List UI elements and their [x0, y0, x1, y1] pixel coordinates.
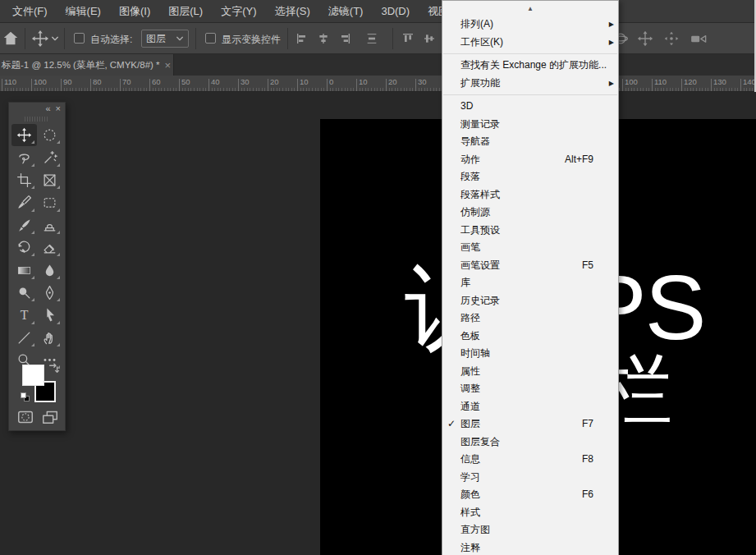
brush-tool[interactable]	[11, 214, 37, 236]
menu-scroll-up-icon[interactable]: ▲	[442, 1, 618, 16]
line-tool[interactable]	[11, 327, 37, 349]
history-brush-tool[interactable]	[11, 236, 37, 259]
crop-tool[interactable]	[11, 169, 37, 191]
chevron-down-icon[interactable]	[51, 34, 59, 43]
window-menu-item[interactable]: 属性	[442, 363, 618, 381]
lasso-tool[interactable]	[11, 146, 37, 168]
dodge-tool[interactable]	[11, 282, 37, 304]
ruler-label: 60	[152, 77, 161, 86]
quick-mask-icon[interactable]	[16, 408, 34, 426]
home-icon[interactable]	[2, 30, 20, 48]
ruler-minor-tick	[729, 88, 730, 91]
ruler-minor-tick	[321, 88, 322, 91]
marquee-tool[interactable]	[37, 124, 62, 146]
window-menu-item[interactable]: 学习	[442, 469, 618, 487]
move-tool[interactable]	[11, 124, 37, 146]
align-right-icon[interactable]	[338, 32, 351, 45]
blur-tool[interactable]	[37, 259, 62, 281]
window-menu-item[interactable]: 画笔设置F5	[442, 257, 618, 275]
window-menu-item[interactable]: 查找有关 Exchange 的扩展功能...	[442, 57, 618, 75]
ruler-label: 0	[329, 77, 333, 86]
window-menu-item[interactable]: 历史记录	[442, 292, 618, 310]
ruler-minor-tick	[389, 88, 390, 91]
window-menu-item[interactable]: 动作Alt+F9	[442, 151, 618, 169]
ruler-minor-tick	[203, 88, 204, 91]
window-menu-item[interactable]: 扩展功能▶	[442, 75, 618, 93]
window-menu-item[interactable]: 颜色F6	[442, 486, 618, 504]
window-menu-item[interactable]: 色板	[442, 328, 618, 346]
window-menu-item[interactable]: 样式	[442, 504, 618, 522]
menubar-item[interactable]: 编辑(E)	[57, 2, 110, 21]
window-menu-item[interactable]: 段落	[442, 168, 618, 186]
window-menu-item[interactable]: 工具预设	[442, 222, 618, 240]
window-menu-item[interactable]: 3D	[442, 98, 618, 116]
window-menu-item[interactable]: 导航器	[442, 133, 618, 151]
menubar-item[interactable]: 选择(S)	[265, 2, 318, 21]
ruler-minor-tick	[746, 88, 747, 91]
clone-stamp-tool[interactable]	[37, 214, 62, 236]
distribute-v-icon[interactable]	[365, 32, 378, 45]
window-menu-item[interactable]: 测量记录	[442, 116, 618, 134]
horizontal-ruler[interactable]: 1101009080706050403020100102030405060708…	[0, 76, 756, 92]
pan-3d-icon[interactable]	[637, 30, 653, 47]
window-menu-item[interactable]: 段落样式	[442, 186, 618, 204]
window-menu-item[interactable]: ✓图层F7	[442, 415, 618, 433]
separator	[64, 28, 65, 49]
window-menu-item[interactable]: 仿制源	[442, 204, 618, 222]
pen-tool[interactable]	[37, 282, 62, 304]
gradient-tool[interactable]	[11, 259, 37, 281]
frame-tool[interactable]	[37, 169, 62, 191]
window-menu-item[interactable]: 注释	[442, 539, 618, 555]
eyedropper-tool[interactable]	[11, 191, 37, 213]
ruler-minor-tick	[365, 88, 366, 91]
path-select-tool[interactable]	[37, 304, 62, 326]
menubar-item[interactable]: 3D(D)	[372, 2, 419, 20]
ruler-tick	[2, 79, 2, 91]
align-middle-icon[interactable]	[423, 32, 436, 45]
panel-grip[interactable]	[25, 117, 49, 122]
foreground-color-swatch[interactable]	[22, 365, 44, 386]
default-colors-icon[interactable]	[21, 392, 30, 401]
window-menu-item[interactable]: 库	[442, 274, 618, 292]
window-menu-item[interactable]: 路径	[442, 310, 618, 328]
menu-item-label: 注释	[460, 539, 605, 555]
eraser-tool[interactable]	[37, 236, 62, 259]
menubar-item[interactable]: 图层(L)	[159, 2, 212, 21]
screen-mode-icon[interactable]	[41, 408, 59, 426]
menubar-item[interactable]: 文件(F)	[3, 2, 57, 21]
align-left-icon[interactable]	[296, 32, 309, 45]
window-menu-item[interactable]: 调整	[442, 380, 618, 398]
ruler-tick	[149, 79, 150, 91]
type-tool[interactable]: T	[11, 304, 37, 326]
healing-brush-tool[interactable]	[37, 191, 62, 213]
menubar-item[interactable]: 滤镜(T)	[319, 2, 373, 21]
menubar-item[interactable]: 文字(Y)	[212, 2, 265, 21]
window-menu-item[interactable]: 图层复合	[442, 433, 618, 452]
collapse-panel-icon[interactable]: «	[45, 104, 50, 113]
ruler-label: 120	[684, 77, 697, 86]
show-transform-checkbox[interactable]	[205, 33, 216, 44]
tab-close-icon[interactable]: ×	[165, 59, 172, 71]
close-panel-icon[interactable]: ×	[56, 104, 61, 113]
ruler-minor-tick	[637, 88, 638, 91]
window-menu-item[interactable]: 通道	[442, 398, 618, 416]
auto-select-target-dropdown[interactable]: 图层	[141, 30, 189, 48]
ruler-minor-tick	[153, 88, 153, 91]
document-tab[interactable]: 标题-1 @ 12.5% (菜单栏, CMYK/8#) * ×	[0, 54, 174, 76]
window-menu-item[interactable]: 信息F8	[442, 451, 618, 469]
camera-3d-icon[interactable]	[690, 30, 711, 47]
align-top-icon[interactable]	[401, 32, 415, 45]
window-menu-item[interactable]: 画笔	[442, 239, 618, 257]
menubar-item[interactable]: 图像(I)	[110, 2, 159, 21]
hand-tool[interactable]	[37, 327, 62, 349]
window-menu-item[interactable]: 排列(A)▶	[442, 16, 618, 34]
magic-wand-tool[interactable]	[37, 146, 62, 168]
window-menu-item[interactable]: 直方图	[442, 521, 618, 539]
auto-select-checkbox[interactable]	[74, 33, 85, 44]
dolly-3d-icon[interactable]	[663, 30, 680, 47]
swap-colors-icon[interactable]	[48, 363, 59, 374]
window-menu-item[interactable]: 工作区(K)▶	[442, 34, 618, 52]
move-tool-icon[interactable]	[31, 30, 49, 48]
window-menu-item[interactable]: 时间轴	[442, 345, 618, 363]
align-center-h-icon[interactable]	[317, 32, 330, 45]
